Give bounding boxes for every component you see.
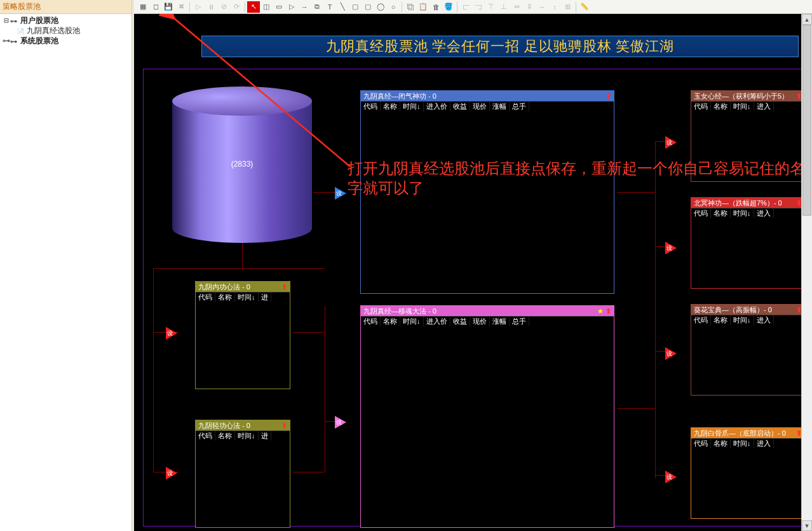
- trigger-qinggong[interactable]: 设: [166, 467, 177, 479]
- tree-label: 用户股票池: [20, 15, 58, 26]
- up-arrow-icon[interactable]: ⬆: [281, 283, 287, 291]
- pool-title-text: 九阴白骨爪—（底部启动）- 0: [694, 429, 786, 438]
- text-icon[interactable]: ▭: [273, 1, 285, 13]
- fill-icon[interactable]: 🪣: [442, 1, 455, 13]
- separator: [457, 2, 457, 12]
- scroll-up-icon[interactable]: ▲: [802, 14, 812, 25]
- twisty-icon[interactable]: ⊶: [3, 36, 10, 45]
- trigger-baigu[interactable]: 设: [665, 471, 677, 483]
- same-h-icon[interactable]: ↕: [548, 1, 561, 13]
- cylinder-bottom: [172, 214, 312, 243]
- new-icon[interactable]: ◻: [149, 1, 162, 13]
- rect-icon[interactable]: ▢: [349, 1, 362, 13]
- pool-qinggong[interactable]: 九阴轻功心法 - 0⬆ 代码名称时间↓进: [195, 420, 290, 528]
- sidebar: 策略股票池 ⊟ 用户股票池 九阴真经选股池 ⊶ 系统股票池: [0, 0, 132, 531]
- pool-title-text: 九阴内功心法 - 0: [198, 282, 250, 292]
- twisty-icon[interactable]: ⊟: [3, 16, 10, 25]
- doc-icon: [17, 27, 25, 34]
- pool-title-text: 九阴真经—闭气神功 - 0: [363, 92, 436, 101]
- trigger-biqi[interactable]: 设: [335, 187, 346, 200]
- column-headers: 代码名称时间↓进入价收益现价涨幅总手: [361, 316, 614, 326]
- align-left-icon[interactable]: ⫍: [459, 1, 472, 13]
- trigger-neigong[interactable]: 设: [166, 327, 177, 340]
- same-size-icon[interactable]: ⊞: [561, 1, 574, 13]
- roundrect-icon[interactable]: ▢: [362, 1, 374, 13]
- pool-title-text: 北冥神功—（跌幅超7%）- 0: [694, 198, 782, 208]
- pool-title-text: 九阴轻功心法 - 0: [198, 421, 250, 431]
- line-icon[interactable]: ╲: [336, 1, 349, 13]
- paste-icon[interactable]: 📋: [417, 1, 430, 13]
- pool-title-text: 葵花宝典—（高振幅）- 0: [694, 305, 772, 315]
- toolbar: ▦ ◻ 💾 ✖ ▷ ⏸ ⊘ ⟳ ↖ ◫ ▭ ▷ → ⧉ T ╲ ▢ ▢ ◯ ○ …: [134, 0, 812, 14]
- separator: [189, 2, 190, 12]
- align-bottom-icon[interactable]: ⊥: [497, 1, 510, 13]
- delete-icon[interactable]: 🗑: [430, 1, 442, 13]
- copy-icon[interactable]: ⧉: [311, 1, 323, 13]
- scroll-down-icon[interactable]: ▼: [802, 520, 812, 531]
- vertical-scrollbar[interactable]: ▲ ▼: [801, 14, 812, 531]
- separator: [402, 2, 402, 12]
- star-icon: ★: [597, 307, 604, 315]
- pool-kuihua[interactable]: 葵花宝典—（高振幅）- 0⬆ 代码名称时间↓进入: [691, 304, 805, 396]
- align-right-icon[interactable]: ⫎: [472, 1, 485, 13]
- stock-node-icon[interactable]: ◫: [260, 1, 273, 13]
- banner: 九阴真经股票池 学会任何一招 足以驰骋股林 笑傲江湖: [201, 36, 799, 57]
- separator: [576, 2, 576, 12]
- pool-title-text: 玉女心经—（获利筹码小于5）: [694, 92, 788, 101]
- pool-title-text: 九阴真经—移魂大法 - 0: [363, 307, 436, 316]
- tree-node-user-pool[interactable]: ⊟ 用户股票池: [0, 15, 132, 25]
- up-arrow-icon[interactable]: ⬆: [606, 307, 611, 315]
- pool-yihun[interactable]: 九阴真经—移魂大法 - 0★ ⬆ 代码名称时间↓进入价收益现价涨幅总手: [360, 305, 614, 528]
- chain-icon: [10, 17, 19, 24]
- tree: ⊟ 用户股票池 九阴真经选股池 ⊶ 系统股票池: [0, 14, 132, 47]
- ellipse-icon[interactable]: ◯: [374, 1, 387, 13]
- copy2-icon[interactable]: ⿻: [404, 1, 417, 13]
- close-icon[interactable]: ✖: [175, 1, 187, 13]
- same-w-icon[interactable]: ↔: [536, 1, 548, 13]
- connect-icon[interactable]: →: [298, 1, 311, 13]
- column-headers: 代码名称时间↓进入: [691, 208, 804, 218]
- pointer-icon[interactable]: ↖: [247, 1, 260, 13]
- play-icon[interactable]: ▷: [192, 1, 205, 13]
- chain-icon: [10, 37, 19, 45]
- trigger-kuihua[interactable]: 设: [665, 347, 677, 360]
- banner-text: 九阴真经股票池 学会任何一招 足以驰骋股林 笑傲江湖: [326, 37, 675, 56]
- pool-neigong[interactable]: 九阴内功心法 - 0⬆ 代码名称时间↓进: [195, 281, 290, 389]
- column-headers: 代码名称时间↓进入: [691, 315, 804, 325]
- tree-node-jiuyin[interactable]: 九阴真经选股池: [0, 25, 132, 36]
- cylinder-label: (2833): [172, 160, 312, 169]
- canvas[interactable]: 九阴真经股票池 学会任何一招 足以驰骋股林 笑傲江湖 (2833): [134, 14, 812, 531]
- reload-icon[interactable]: ⟳: [230, 1, 243, 13]
- run-icon[interactable]: ▷: [285, 1, 298, 13]
- tree-node-system-pool[interactable]: ⊶ 系统股票池: [0, 36, 132, 46]
- tree-label: 系统股票池: [20, 36, 58, 46]
- cylinder-top: [172, 86, 312, 116]
- annotation-text: 打开九阴真经选股池后直接点保存，重新起一个你自己容易记住的名字就可以了: [348, 159, 805, 198]
- separator: [245, 2, 245, 12]
- column-headers: 代码名称时间↓进: [196, 292, 290, 302]
- grid-icon[interactable]: ▦: [137, 1, 149, 13]
- pool-beiming[interactable]: 北冥神功—（跌幅超7%）- 0⬆ 代码名称时间↓进入: [691, 197, 805, 289]
- dist-h-icon[interactable]: ⇔: [510, 1, 523, 13]
- pool-baigu[interactable]: 九阴白骨爪—（底部启动）- 0⬆ 代码名称时间↓进入: [691, 427, 805, 519]
- trigger-yihun[interactable]: 设: [335, 416, 346, 429]
- align-top-icon[interactable]: ⊤: [485, 1, 497, 13]
- pause-icon[interactable]: ⏸: [205, 1, 217, 13]
- stop-icon[interactable]: ⊘: [217, 1, 230, 13]
- trigger-yunv[interactable]: 设: [665, 136, 677, 149]
- save-icon[interactable]: 💾: [162, 1, 175, 13]
- main-area: ▦ ◻ 💾 ✖ ▷ ⏸ ⊘ ⟳ ↖ ◫ ▭ ▷ → ⧉ T ╲ ▢ ▢ ◯ ○ …: [134, 0, 812, 531]
- circle-icon[interactable]: ○: [387, 1, 400, 13]
- column-headers: 代码名称时间↓进: [196, 431, 290, 441]
- column-headers: 代码名称时间↓进入价收益现价涨幅总手: [361, 101, 614, 111]
- scroll-thumb[interactable]: [802, 25, 811, 216]
- trigger-beiming[interactable]: 设: [665, 242, 677, 254]
- label-icon[interactable]: T: [323, 1, 336, 13]
- column-headers: 代码名称时间↓进入: [691, 438, 804, 448]
- ruler-icon[interactable]: 📏: [578, 1, 591, 13]
- up-arrow-icon[interactable]: ⬆: [281, 422, 287, 430]
- column-headers: 代码名称时间↓进入: [691, 101, 804, 111]
- up-arrow-icon[interactable]: ⬆: [606, 92, 611, 100]
- dist-v-icon[interactable]: ⇕: [523, 1, 536, 13]
- tree-label: 九阴真经选股池: [27, 25, 80, 36]
